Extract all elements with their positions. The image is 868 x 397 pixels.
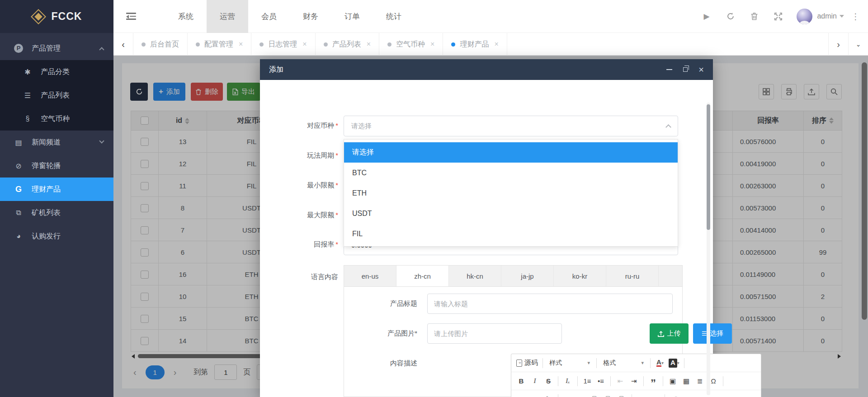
paste-button[interactable]: ⎘	[589, 393, 601, 397]
paste-word-button[interactable]: ⎘	[616, 393, 628, 397]
rich-text-editor: 源码 样式▾ 格式▾ A▾ A▾ BISIₓ1≡•≡⇤⇥”▣▦≣Ω ∞∞⚑✂⧉⎘…	[511, 354, 761, 397]
bullet-list-button[interactable]: •≡	[594, 375, 607, 388]
tab-close-icon[interactable]: ×	[430, 40, 434, 48]
bold-button[interactable]: B	[515, 375, 528, 388]
sidebar-item-认购发行[interactable]: ◕认购发行	[0, 224, 113, 248]
link-button[interactable]: ∞	[515, 393, 528, 397]
paste-text-button[interactable]: ⎘	[602, 393, 615, 397]
editor-toolbar-row-2: BISIₓ1≡•≡⇤⇥”▣▦≣Ω	[511, 372, 761, 390]
run-button[interactable]: ▶	[694, 7, 718, 25]
list-icon: ☰	[702, 330, 707, 337]
tab-close-icon[interactable]: ×	[239, 40, 243, 48]
product-title-input[interactable]	[427, 294, 673, 314]
topnav-items: 系统运营会员财务订单统计	[165, 0, 415, 33]
trash-icon	[750, 12, 758, 20]
sidebar-item-空气币种[interactable]: §空气币种	[0, 107, 113, 131]
blockquote-button[interactable]: ”	[647, 375, 660, 388]
nav-item-运营[interactable]: 运营	[207, 0, 248, 33]
coin-select[interactable]: 请选择	[344, 116, 678, 136]
dialog-scrollbar-thumb[interactable]	[707, 104, 710, 230]
upload-button[interactable]: 上传	[650, 323, 689, 344]
tabs-scroll-right-button[interactable]: ›	[828, 33, 848, 56]
dropdown-option-ETH[interactable]: ETH	[344, 183, 678, 203]
lang-tab-en-us[interactable]: en-us	[344, 266, 396, 286]
maximize-button[interactable]: ⤢	[668, 393, 681, 397]
lang-tab-ko-kr[interactable]: ko-kr	[554, 266, 606, 286]
fullscreen-button[interactable]	[766, 7, 790, 25]
tab-配置管理[interactable]: 配置管理×	[188, 33, 251, 56]
sidebar-collapse-button[interactable]	[126, 13, 153, 20]
sidebar-item-理财产品[interactable]: G理财产品	[0, 177, 113, 201]
format-select[interactable]: 格式▾	[600, 357, 647, 369]
sidebar-item-矿机列表[interactable]: ⧉矿机列表	[0, 201, 113, 224]
lang-tab-hk-cn[interactable]: hk-cn	[449, 266, 501, 286]
tab-后台首页[interactable]: 后台首页	[133, 33, 188, 56]
dropdown-option-BTC[interactable]: BTC	[344, 163, 678, 183]
minimize-button[interactable]	[666, 69, 672, 70]
chevron-down-icon	[99, 138, 104, 143]
tab-日志管理[interactable]: 日志管理×	[251, 33, 315, 56]
text-color-button[interactable]: A▾	[654, 357, 666, 369]
remove-format-button[interactable]: Iₓ	[561, 375, 574, 388]
list-icon: ☰	[22, 91, 33, 100]
clear-cache-button[interactable]	[742, 7, 766, 25]
nav-item-财务[interactable]: 财务	[290, 0, 331, 33]
tab-空气币种[interactable]: 空气币种×	[379, 33, 443, 56]
sidebar-item-弹窗轮播[interactable]: ⊘弹窗轮播	[0, 154, 113, 177]
user-avatar[interactable]	[797, 9, 812, 24]
dropdown-option-FIL[interactable]: FIL	[344, 224, 678, 244]
dialog-scrollbar[interactable]	[707, 103, 710, 395]
sidebar-menu: P产品管理✱产品分类☰产品列表§空气币种▤新闻频道⊘弹窗轮播G理财产品⧉矿机列表…	[0, 33, 113, 248]
sidebar-item-产品列表[interactable]: ☰产品列表	[0, 84, 113, 107]
close-icon: ×	[698, 65, 704, 74]
tab-dot-icon	[324, 42, 328, 47]
nav-item-会员[interactable]: 会员	[248, 0, 290, 33]
sidebar-item-产品管理[interactable]: P产品管理	[0, 37, 113, 60]
product-image-input[interactable]	[427, 323, 562, 344]
cut-button: ✂	[561, 393, 574, 397]
more-options-button[interactable]: ⋮	[848, 11, 868, 22]
nav-item-订单[interactable]: 订单	[331, 0, 373, 33]
nav-item-统计[interactable]: 统计	[373, 0, 415, 33]
min-field-label: 最小限额*	[261, 181, 338, 190]
close-button[interactable]: ×	[698, 65, 704, 74]
dropdown-option-请选择[interactable]: 请选择	[344, 142, 678, 163]
caret-down-icon: ▾	[641, 360, 644, 366]
dropdown-option-USDT[interactable]: USDT	[344, 203, 678, 224]
tab-close-icon[interactable]: ×	[302, 40, 307, 48]
tab-理财产品[interactable]: 理财产品×	[443, 33, 507, 56]
collapse-menu-icon	[126, 13, 136, 20]
ordered-list-button[interactable]: 1≡	[581, 375, 594, 388]
letter-g-icon: G	[13, 185, 24, 194]
pie-chart-icon: ◕	[13, 232, 24, 240]
indent-button[interactable]: ⇥	[627, 375, 640, 388]
tab-close-icon[interactable]: ×	[367, 40, 371, 48]
sidebar-item-label: 产品管理	[32, 44, 61, 53]
title-field-label: 产品标题	[349, 299, 417, 308]
bg-color-button[interactable]: A▾	[667, 357, 681, 369]
image-button[interactable]: ▣	[666, 375, 679, 388]
anchor-button[interactable]: ⚑	[542, 393, 555, 397]
tab-产品列表[interactable]: 产品列表×	[316, 33, 379, 56]
dialog-header[interactable]: 添加 ×	[260, 59, 713, 80]
source-button[interactable]: 源码	[515, 357, 539, 369]
user-menu-caret-icon[interactable]	[840, 15, 844, 18]
nav-item-系统[interactable]: 系统	[165, 0, 207, 33]
lang-tab-zh-cn[interactable]: zh-cn	[396, 266, 449, 286]
username[interactable]: admin	[817, 12, 837, 20]
tabs-list-button[interactable]: ⌄	[848, 33, 868, 56]
tab-close-icon[interactable]: ×	[494, 40, 498, 48]
style-select[interactable]: 样式▾	[546, 357, 593, 369]
maximize-button[interactable]	[683, 67, 688, 72]
italic-button[interactable]: I	[528, 375, 541, 388]
tabs-scroll-left-button[interactable]: ‹	[113, 33, 133, 56]
sidebar-item-新闻频道[interactable]: ▤新闻频道	[0, 131, 113, 154]
refresh-button[interactable]	[718, 7, 742, 25]
lang-tab-ru-ru[interactable]: ru-ru	[606, 266, 659, 286]
table-button[interactable]: ▦	[680, 375, 693, 388]
lang-tab-ja-jp[interactable]: ja-jp	[501, 266, 554, 286]
choose-button[interactable]: ☰ 选择	[693, 323, 732, 344]
horizontal-rule-button[interactable]: ≣	[693, 375, 706, 388]
strikethrough-button[interactable]: S	[542, 375, 555, 388]
sidebar-item-产品分类[interactable]: ✱产品分类	[0, 60, 113, 84]
